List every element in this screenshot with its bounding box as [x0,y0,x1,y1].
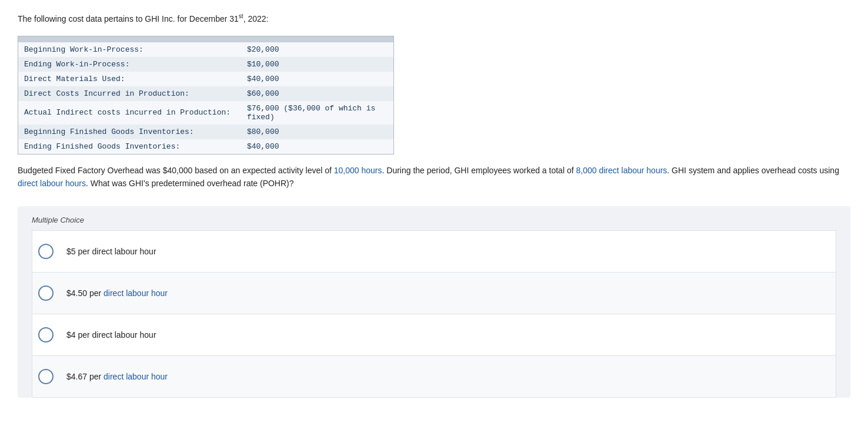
radio-option-3[interactable] [38,327,54,342]
option-3-text: $4 per direct labour hour [66,330,156,340]
options-wrapper: $5 per direct labour hour $4.50 per dire… [32,230,836,398]
list-item: $4.67 per direct labour hour [32,356,836,397]
option-2-text: $4.50 per direct labour hour [66,288,168,298]
table-row: Actual Indirect costs incurred in Produc… [18,101,394,125]
table-cell-value: $76,000 ($36,000 of which is fixed) [241,101,394,125]
table-row: Beginning Work-in-Process:$20,000 [18,42,394,57]
table-cell-label: Actual Indirect costs incurred in Produc… [18,101,241,125]
intro-paragraph: The following cost data pertains to GHI … [18,12,850,25]
table-row: Direct Materials Used:$40,000 [18,72,394,86]
cost-data-table: Beginning Work-in-Process:$20,000Ending … [18,36,394,154]
list-item: $4 per direct labour hour [32,314,836,356]
desc-highlight3: direct labour hours [18,179,86,188]
table-cell-label: Ending Finished Goods Inventories: [18,139,241,154]
desc-part4: . What was GHI's predetermined overhead … [86,179,294,188]
table-row: Ending Finished Goods Inventories:$40,00… [18,139,394,154]
table-cell-value: $80,000 [241,125,394,139]
list-item: $5 per direct labour hour [32,231,836,273]
description-paragraph: Budgeted Fixed Factory Overhead was $40,… [18,164,850,190]
multiple-choice-label: Multiple Choice [32,216,836,224]
option-4-text: $4.67 per direct labour hour [66,372,168,381]
table-cell-value: $60,000 [241,86,394,101]
table-cell-label: Beginning Work-in-Process: [18,42,241,57]
intro-text-before: The following cost data pertains to GHI … [18,14,239,23]
intro-text-after: , 2022: [243,14,269,23]
radio-option-1[interactable] [38,244,54,259]
table-cell-label: Direct Costs Incurred in Production: [18,86,241,101]
multiple-choice-section: Multiple Choice $5 per direct labour hou… [18,206,850,398]
table-row: Beginning Finished Goods Inventories:$80… [18,125,394,139]
table-cell-label: Ending Work-in-Process: [18,57,241,72]
desc-part3: . GHI system and applies overhead costs … [667,166,839,175]
table-row: Ending Work-in-Process:$10,000 [18,57,394,72]
option-1-text: $5 per direct labour hour [66,247,156,256]
desc-part1: Budgeted Fixed Factory Overhead was $40,… [18,166,334,175]
desc-part2: . During the period, GHI employees worke… [382,166,576,175]
radio-option-2[interactable] [38,286,54,301]
table-cell-value: $40,000 [241,139,394,154]
table-header-row [18,36,394,42]
desc-highlight1: 10,000 hours [334,166,382,175]
option-4-highlight: direct labour hour [104,372,168,381]
table-row: Direct Costs Incurred in Production:$60,… [18,86,394,101]
table-cell-value: $40,000 [241,72,394,86]
options-list: $5 per direct labour hour $4.50 per dire… [32,231,836,397]
table-cell-value: $20,000 [241,42,394,57]
table-cell-value: $10,000 [241,57,394,72]
table-cell-label: Direct Materials Used: [18,72,241,86]
intro-superscript: st [239,13,243,19]
table-cell-label: Beginning Finished Goods Inventories: [18,125,241,139]
radio-option-4[interactable] [38,369,54,384]
option-2-highlight: direct labour hour [104,288,168,298]
list-item: $4.50 per direct labour hour [32,273,836,314]
desc-highlight2: 8,000 direct labour hours [576,166,667,175]
